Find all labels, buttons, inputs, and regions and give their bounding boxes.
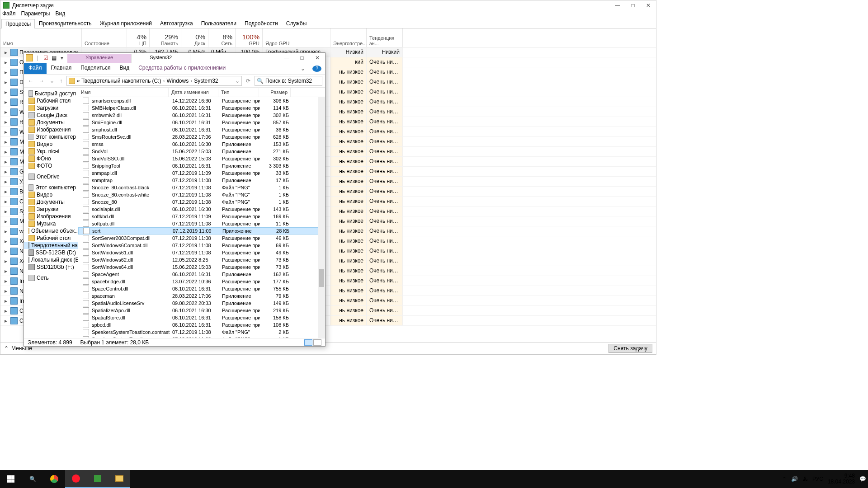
maximize-button[interactable]: □: [294, 53, 310, 63]
recent-dropdown[interactable]: ⌄: [48, 78, 56, 84]
file-row[interactable]: SpaceControl.dll06.10.2021 16:31Расширен…: [78, 285, 325, 292]
tab-processes[interactable]: Процессы: [1, 19, 35, 28]
tab-startup[interactable]: Автозагрузка: [156, 19, 197, 28]
tray-network-icon[interactable]: 🖧: [802, 476, 808, 482]
nav-item[interactable]: ФОТО: [24, 162, 78, 169]
file-row[interactable]: smss06.10.2021 16:30Приложение153 КБ: [78, 141, 325, 148]
chevron-up-icon[interactable]: ⌃: [4, 345, 9, 352]
nav-item[interactable]: SSD-512GB (D:): [24, 249, 78, 256]
nav-pane[interactable]: Быстрый доступРабочий столЗагрузкиGoogle…: [24, 88, 78, 338]
nav-item[interactable]: Быстрый доступ: [24, 90, 78, 97]
nav-item[interactable]: Документы: [24, 198, 78, 206]
ribbon-expand-icon[interactable]: ⌄: [296, 64, 310, 74]
tab-users[interactable]: Пользователи: [197, 19, 241, 28]
file-row[interactable]: SortServer2003Compat.dll07.12.2019 11:08…: [78, 235, 325, 242]
filecol-size[interactable]: Размер: [259, 88, 291, 97]
file-row[interactable]: spbcd.dll06.10.2021 16:31Расширение при.…: [78, 321, 325, 328]
nav-item[interactable]: Сеть: [24, 274, 78, 282]
file-row[interactable]: Snooze_80.contrast-black07.12.2019 11:08…: [78, 184, 325, 191]
notifications-icon[interactable]: 💬: [859, 476, 866, 482]
file-row[interactable]: SnippingTool06.10.2021 16:31Приложение3 …: [78, 162, 325, 169]
nav-item[interactable]: Видео: [24, 191, 78, 198]
col-gpu[interactable]: 100%GPU: [236, 28, 263, 47]
nav-item[interactable]: Видео: [24, 141, 78, 148]
file-row[interactable]: snmptrap07.12.2019 11:08Приложение17 КБ: [78, 177, 325, 184]
nav-item[interactable]: Этот компьютер: [24, 133, 78, 141]
file-row[interactable]: snmpapi.dll07.12.2019 11:09Расширение пр…: [78, 169, 325, 177]
explorer-titlebar[interactable]: | ☑ ▤ ▾ Управление System32 — □ ✕: [24, 53, 325, 63]
refresh-button[interactable]: ⟳: [245, 78, 252, 84]
file-row[interactable]: SmiEngine.dll06.10.2021 16:31Расширение …: [78, 119, 325, 126]
scrollbar-thumb[interactable]: [319, 269, 324, 287]
nav-item[interactable]: OneDrive: [24, 173, 78, 180]
col-name[interactable]: Имя: [0, 28, 82, 47]
details-view-button[interactable]: [304, 339, 312, 346]
nav-item[interactable]: Загрузки: [24, 104, 78, 112]
file-row[interactable]: softpub.dll07.12.2019 11:08Расширение пр…: [78, 220, 325, 227]
tab-services[interactable]: Службы: [282, 19, 311, 28]
file-row[interactable]: spaceman28.03.2022 17:06Приложение79 КБ: [78, 292, 325, 300]
col-gpue[interactable]: Ядро GPU: [263, 28, 330, 47]
tray-chevron-icon[interactable]: ⌃: [782, 476, 787, 482]
file-row[interactable]: SmsRouterSvc.dll28.03.2022 17:06Расширен…: [78, 133, 325, 141]
tab-performance[interactable]: Производительность: [35, 19, 95, 28]
ribbon-app-tools[interactable]: Средства работы с приложениями: [134, 63, 230, 74]
tab-details[interactable]: Подробности: [241, 19, 282, 28]
nav-item[interactable]: Рабочий стол: [24, 97, 78, 104]
up-button[interactable]: ↑: [58, 78, 64, 84]
filecol-type[interactable]: Тип: [218, 88, 259, 97]
ribbon-file[interactable]: Файл: [24, 63, 47, 74]
menu-options[interactable]: Параметры: [21, 10, 50, 19]
start-button[interactable]: [0, 470, 22, 488]
tray-lang[interactable]: РУС: [812, 476, 823, 482]
taskbar-opera-icon[interactable]: [65, 470, 87, 488]
minimize-button[interactable]: —: [610, 0, 625, 10]
col-disk[interactable]: 0%Диск: [181, 28, 208, 47]
file-row[interactable]: SortWindows64.dll15.06.2022 15:03Расшире…: [78, 263, 325, 271]
bc-dropdown-icon[interactable]: ⌄: [235, 78, 240, 84]
file-row[interactable]: SpatialStore.dll06.10.2021 16:31Расширен…: [78, 314, 325, 321]
maximize-button[interactable]: □: [625, 0, 641, 10]
file-row[interactable]: SpeakersSystemToastIcon.contrast-white07…: [78, 328, 325, 336]
file-row[interactable]: sort07.12.2019 11:09Приложение28 КБ: [78, 227, 325, 235]
back-button[interactable]: ←: [27, 78, 35, 84]
qa-new-icon[interactable]: ▤: [50, 54, 57, 61]
nav-item[interactable]: Твердотельный на...: [24, 242, 78, 249]
nav-item[interactable]: Объемные объек...: [24, 227, 78, 235]
ribbon-share[interactable]: Поделиться: [76, 63, 115, 74]
ribbon-view[interactable]: Вид: [115, 63, 134, 74]
col-net[interactable]: 8%Сеть: [208, 28, 236, 47]
nav-item[interactable]: Рабочий стол: [24, 235, 78, 242]
col-mem[interactable]: 29%Память: [150, 28, 181, 47]
file-row[interactable]: SortWindows61.dll07.12.2019 11:08Расшире…: [78, 249, 325, 256]
file-row[interactable]: SndVolSSO.dll15.06.2022 15:03Расширение …: [78, 155, 325, 162]
file-row[interactable]: softkbd.dll07.12.2019 11:09Расширение пр…: [78, 213, 325, 220]
nav-item[interactable]: Изображения: [24, 126, 78, 133]
file-row[interactable]: SpatialAudioLicenseSrv09.08.2022 20:33Пр…: [78, 300, 325, 307]
file-row[interactable]: socialapis.dll06.10.2021 16:30Расширение…: [78, 206, 325, 213]
icons-view-button[interactable]: [313, 339, 321, 346]
close-button[interactable]: ✕: [310, 53, 325, 63]
filecol-date[interactable]: Дата изменения: [169, 88, 218, 97]
file-row[interactable]: spacebridge.dll13.07.2022 10:36Расширени…: [78, 278, 325, 285]
qa-dropdown-icon[interactable]: ▾: [58, 54, 66, 61]
titlebar[interactable]: Диспетчер задач — □ ✕: [0, 0, 656, 10]
file-row[interactable]: SpaceAgent06.10.2021 16:31Приложение162 …: [78, 271, 325, 278]
file-row[interactable]: Snooze_80.contrast-white07.12.2019 11:08…: [78, 191, 325, 198]
nav-item[interactable]: Изображения: [24, 213, 78, 220]
nav-item[interactable]: Этот компьютер: [24, 184, 78, 191]
close-button[interactable]: ✕: [641, 0, 656, 10]
tab-history[interactable]: Журнал приложений: [96, 19, 156, 28]
nav-item[interactable]: Загрузки: [24, 206, 78, 213]
file-row[interactable]: SpatializerApo.dll06.10.2021 16:30Расшир…: [78, 307, 325, 314]
nav-item[interactable]: Локальный диск (E...: [24, 256, 78, 263]
file-row[interactable]: SortWindows6Compat.dll07.12.2019 11:08Ра…: [78, 242, 325, 249]
nav-item[interactable]: ФОно: [24, 155, 78, 162]
ribbon-home[interactable]: Главная: [47, 63, 76, 74]
file-row[interactable]: SndVol15.06.2022 15:03Приложение271 КБ: [78, 148, 325, 155]
file-row[interactable]: SMBHelperClass.dll06.10.2021 16:31Расшир…: [78, 104, 325, 112]
taskbar-explorer-icon[interactable]: [108, 470, 130, 488]
scrollbar[interactable]: [318, 97, 325, 338]
file-row[interactable]: smartscreenps.dll14.12.2022 16:30Расшире…: [78, 97, 325, 104]
file-row[interactable]: smphost.dll06.10.2021 16:31Расширение пр…: [78, 126, 325, 133]
